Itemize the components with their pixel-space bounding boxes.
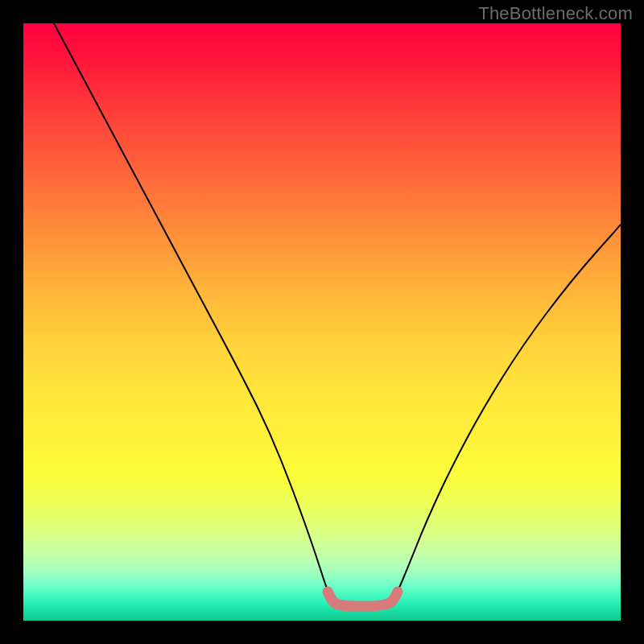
valley-highlight xyxy=(328,592,398,606)
chart-frame: TheBottleneck.com xyxy=(0,0,644,644)
watermark-text: TheBottleneck.com xyxy=(478,3,633,24)
plot-area xyxy=(23,23,621,621)
curve-layer xyxy=(23,23,621,621)
bottleneck-curve xyxy=(54,23,621,606)
